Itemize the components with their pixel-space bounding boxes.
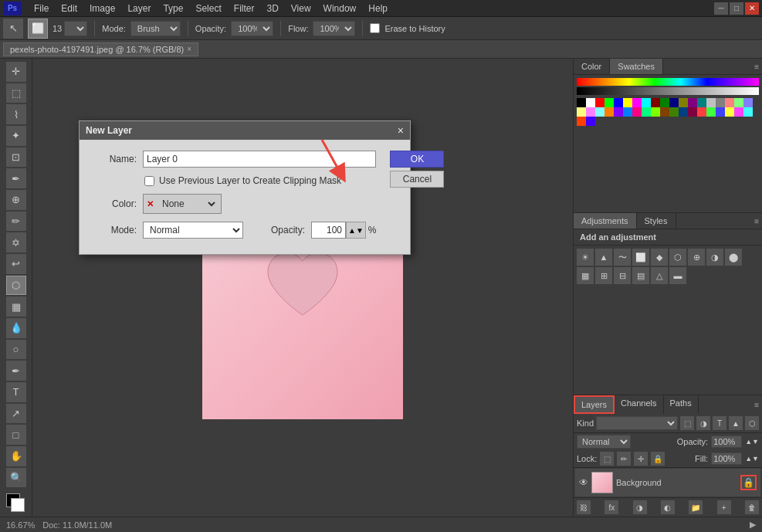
color-swatch[interactable]: [642, 98, 651, 107]
tool-zoom[interactable]: 🔍: [6, 468, 26, 488]
color-swatch[interactable]: [577, 107, 586, 117]
color-swatch[interactable]: [734, 98, 743, 107]
panel-menu-icon[interactable]: ≡: [754, 63, 759, 71]
adj-gradient-map[interactable]: ▬: [669, 267, 686, 284]
tool-path-select[interactable]: ↗: [6, 404, 26, 424]
dialog-close-button[interactable]: ×: [398, 124, 404, 137]
color-swatch[interactable]: [623, 98, 632, 107]
menu-help[interactable]: Help: [362, 2, 394, 15]
tool-hand[interactable]: ✋: [6, 446, 26, 466]
tool-clone-stamp[interactable]: ✡: [6, 232, 26, 252]
maximize-button[interactable]: □: [730, 2, 743, 15]
color-swatch[interactable]: [660, 98, 669, 107]
color-swatch[interactable]: [743, 98, 753, 107]
tool-history-brush[interactable]: ↩: [6, 254, 26, 274]
lock-image-btn[interactable]: ✏: [617, 452, 631, 466]
menu-file[interactable]: File: [28, 2, 55, 15]
adj-brightness[interactable]: ☀: [577, 249, 594, 266]
color-swatch[interactable]: [632, 98, 642, 107]
color-swatch[interactable]: [669, 98, 679, 107]
tab-paths[interactable]: Paths: [664, 395, 699, 414]
adj-vibrance[interactable]: ◆: [651, 249, 668, 266]
color-swatch[interactable]: [669, 107, 679, 117]
color-swatch[interactable]: [605, 98, 614, 107]
brush-dropdown[interactable]: [64, 21, 87, 36]
adj-invert[interactable]: ⊟: [614, 267, 631, 284]
fill-stepper[interactable]: ▲▼: [745, 455, 759, 463]
flow-dropdown[interactable]: 100%: [313, 21, 355, 36]
tool-brush[interactable]: ✏: [6, 212, 26, 232]
menu-layer[interactable]: Layer: [121, 2, 157, 15]
color-swatch[interactable]: [642, 107, 651, 117]
color-swatch[interactable]: [679, 107, 688, 117]
color-swatch[interactable]: [660, 107, 669, 117]
adj-exposure[interactable]: ⬜: [632, 249, 649, 266]
layer-filter-type[interactable]: T: [713, 416, 726, 430]
adj-levels[interactable]: ▲: [595, 249, 612, 266]
menu-window[interactable]: Window: [317, 2, 363, 15]
layer-filter-shape[interactable]: ▲: [729, 416, 743, 430]
opacity-stepper[interactable]: ▲▼: [346, 222, 366, 239]
erase-history-checkbox[interactable]: [370, 23, 380, 33]
color-swatch[interactable]: [651, 107, 660, 117]
add-style-btn[interactable]: fx: [605, 500, 618, 514]
tab-close-button[interactable]: ×: [187, 45, 191, 53]
tool-rectangle[interactable]: □: [6, 425, 26, 445]
tool-type[interactable]: T: [6, 382, 26, 402]
adj-bw[interactable]: ◑: [706, 249, 723, 266]
layer-filter-pixel[interactable]: ⬚: [680, 416, 694, 430]
color-swatch[interactable]: [688, 98, 697, 107]
color-swatch[interactable]: [586, 117, 595, 126]
color-swatch[interactable]: [716, 98, 725, 107]
color-swatch[interactable]: [734, 107, 743, 117]
menu-view[interactable]: View: [285, 2, 317, 15]
tab-swatches[interactable]: Swatches: [610, 59, 663, 74]
color-swatch[interactable]: [595, 107, 605, 117]
tool-gradient[interactable]: ▦: [6, 296, 26, 317]
color-swatch[interactable]: [706, 107, 716, 117]
color-swatch[interactable]: [595, 98, 605, 107]
color-swatch[interactable]: [577, 117, 586, 126]
adj-color-balance[interactable]: ⊕: [688, 249, 705, 266]
adj-photo-filter[interactable]: ⬤: [725, 249, 742, 266]
tool-selector[interactable]: ↖: [3, 19, 23, 39]
color-swatch[interactable]: [586, 98, 595, 107]
nav-arrow[interactable]: ▶: [750, 520, 756, 530]
lock-transparent-btn[interactable]: ⬚: [600, 452, 614, 466]
delete-layer-btn[interactable]: 🗑: [745, 500, 759, 514]
opacity-input[interactable]: [311, 222, 346, 239]
menu-filter[interactable]: Filter: [228, 2, 261, 15]
menu-edit[interactable]: Edit: [55, 2, 83, 15]
layer-visibility-icon[interactable]: 👁: [579, 477, 588, 488]
color-swatch[interactable]: [614, 107, 623, 117]
menu-select[interactable]: Select: [189, 2, 227, 15]
color-swatch[interactable]: [725, 107, 734, 117]
lock-position-btn[interactable]: ✛: [634, 452, 648, 466]
color-swatch[interactable]: [697, 98, 706, 107]
mode-select[interactable]: Brush: [130, 21, 181, 36]
color-swatch[interactable]: [706, 98, 716, 107]
menu-type[interactable]: Type: [157, 2, 189, 15]
layers-menu-icon[interactable]: ≡: [754, 401, 759, 409]
color-swatch[interactable]: [605, 107, 614, 117]
cancel-button[interactable]: Cancel: [390, 171, 444, 188]
new-adjustment-btn[interactable]: ◐: [661, 500, 675, 514]
tab-adjustments[interactable]: Adjustments: [574, 213, 637, 229]
menu-image[interactable]: Image: [83, 2, 121, 15]
tab-styles[interactable]: Styles: [637, 213, 676, 229]
color-swatch[interactable]: [577, 98, 586, 107]
tool-eyedropper[interactable]: ✒: [6, 168, 26, 188]
new-group-btn[interactable]: 📁: [689, 500, 703, 514]
link-layers-btn[interactable]: ⛓: [577, 500, 591, 514]
color-swatch[interactable]: [679, 98, 688, 107]
adj-posterize[interactable]: ▤: [632, 267, 649, 284]
color-swatch[interactable]: [716, 107, 725, 117]
adj-color-lookup[interactable]: ⊞: [595, 267, 612, 284]
tool-blur[interactable]: 💧: [6, 318, 26, 338]
new-layer-btn[interactable]: +: [717, 500, 731, 514]
adj-channel-mixer[interactable]: ▦: [577, 267, 594, 284]
layer-filter-smart[interactable]: ⬡: [745, 416, 759, 430]
color-swatch[interactable]: [725, 98, 734, 107]
minimize-button[interactable]: ─: [714, 2, 728, 15]
adj-menu-icon[interactable]: ≡: [754, 217, 759, 225]
